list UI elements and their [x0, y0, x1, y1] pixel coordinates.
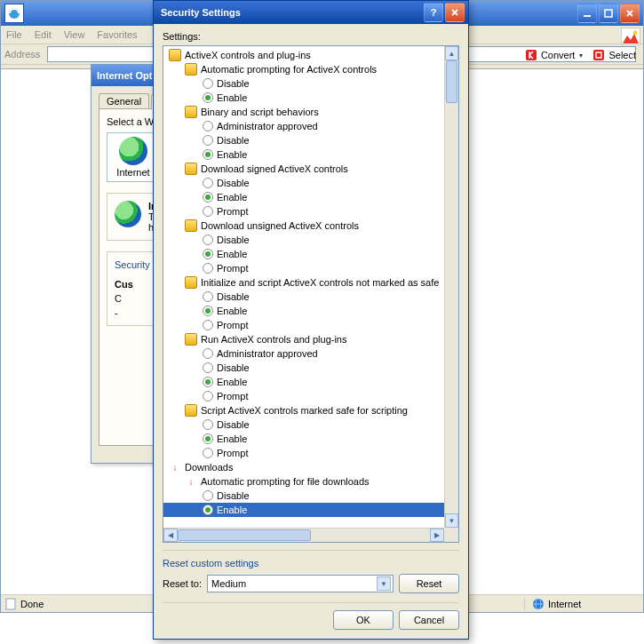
- setting-option[interactable]: Prompt: [163, 318, 444, 332]
- radio-icon: [203, 419, 213, 430]
- setting-option-label: Disable: [217, 291, 250, 302]
- horizontal-scrollbar[interactable]: ◀ ▶: [163, 528, 444, 542]
- setting-group: Automatic prompting for ActiveX controls: [163, 62, 444, 76]
- radio-icon: [203, 235, 213, 245]
- horizontal-scroll-track[interactable]: [178, 529, 430, 542]
- setting-option[interactable]: Prompt: [163, 389, 444, 403]
- menu-file[interactable]: File: [6, 29, 22, 40]
- setting-option-label: Disable: [217, 362, 250, 373]
- zone-internet-label: Internet: [116, 167, 149, 178]
- reset-to-select[interactable]: Medium ▼: [207, 575, 394, 592]
- setting-option[interactable]: Disable: [163, 417, 444, 432]
- security-settings-dialog: Security Settings ? Settings: ActiveX co…: [153, 0, 469, 640]
- setting-option-label: Administrator approved: [217, 121, 318, 131]
- scroll-up-button[interactable]: ▲: [445, 46, 458, 60]
- setting-option[interactable]: Enable: [163, 375, 444, 389]
- reset-button[interactable]: Reset: [399, 574, 459, 593]
- setting-category: ActiveX controls and plug-ins: [163, 48, 444, 62]
- setting-group-label: Download signed ActiveX controls: [201, 163, 348, 174]
- setting-group-label: Initialize and script ActiveX controls n…: [201, 277, 439, 288]
- setting-option-label: Enable: [217, 433, 247, 444]
- vertical-scroll-track[interactable]: [445, 60, 458, 513]
- globe-icon: [119, 137, 147, 165]
- setting-option[interactable]: Enable: [163, 247, 444, 261]
- radio-icon: [203, 448, 213, 458]
- svg-point-4: [633, 31, 638, 36]
- setting-option[interactable]: Prompt: [163, 446, 444, 460]
- setting-category: ↓Downloads: [163, 460, 444, 474]
- horizontal-scroll-thumb[interactable]: [178, 529, 311, 541]
- radio-icon: [203, 320, 213, 330]
- radio-icon: [203, 291, 213, 302]
- setting-option[interactable]: Disable: [163, 489, 444, 503]
- zone-internet[interactable]: Internet: [107, 132, 160, 182]
- setting-group: Download unsigned ActiveX controls: [163, 219, 444, 233]
- setting-option[interactable]: Enable: [163, 190, 444, 204]
- setting-option-label: Enable: [217, 505, 247, 515]
- setting-option[interactable]: Enable: [163, 503, 444, 517]
- setting-option[interactable]: Prompt: [163, 204, 444, 219]
- menu-favorites[interactable]: Favorites: [97, 29, 137, 40]
- convert-button-label: Convert: [541, 50, 576, 60]
- security-settings-title-text: Security Settings: [161, 7, 422, 18]
- setting-option[interactable]: Enable: [163, 432, 444, 446]
- setting-option[interactable]: Disable: [163, 290, 444, 304]
- setting-option[interactable]: Enable: [163, 91, 444, 105]
- setting-group-label: Run ActiveX controls and plug-ins: [201, 334, 346, 345]
- setting-group: Binary and script behaviors: [163, 105, 444, 119]
- close-button[interactable]: [620, 4, 640, 23]
- select-button[interactable]: Select: [592, 48, 636, 62]
- menu-view[interactable]: View: [64, 29, 85, 40]
- menu-edit[interactable]: Edit: [35, 29, 52, 40]
- close-button[interactable]: [445, 3, 465, 22]
- setting-category-label: Downloads: [185, 462, 233, 473]
- setting-option[interactable]: Enable: [163, 147, 444, 162]
- scroll-down-button[interactable]: ▼: [445, 513, 458, 528]
- radio-icon: [203, 306, 213, 316]
- minimize-button[interactable]: [577, 4, 597, 23]
- radio-icon: [203, 135, 213, 146]
- setting-option[interactable]: Disable: [163, 233, 444, 247]
- setting-option-label: Disable: [217, 419, 250, 430]
- ok-button[interactable]: OK: [333, 610, 394, 630]
- setting-group: Run ActiveX controls and plug-ins: [163, 332, 444, 346]
- settings-tree[interactable]: ActiveX controls and plug-insAutomatic p…: [163, 46, 444, 528]
- scroll-left-button[interactable]: ◀: [163, 529, 178, 542]
- setting-option[interactable]: Disable: [163, 133, 444, 147]
- activex-icon: [185, 333, 197, 346]
- radio-icon: [203, 121, 213, 131]
- help-button[interactable]: ?: [424, 3, 443, 22]
- radio-icon: [203, 178, 213, 188]
- setting-option[interactable]: Enable: [163, 304, 444, 318]
- setting-group: Initialize and script ActiveX controls n…: [163, 275, 444, 290]
- download-icon: ↓: [169, 461, 181, 473]
- setting-option[interactable]: Disable: [163, 76, 444, 91]
- convert-button[interactable]: Convert ▾: [524, 48, 584, 62]
- dialog-footer: OK Cancel: [163, 602, 459, 630]
- tab-general[interactable]: General: [99, 93, 149, 108]
- setting-option[interactable]: Administrator approved: [163, 119, 444, 133]
- radio-icon: [203, 192, 213, 203]
- cancel-button[interactable]: Cancel: [399, 610, 459, 630]
- radio-icon: [203, 348, 213, 359]
- radio-icon: [203, 391, 213, 402]
- setting-option-label: Enable: [217, 306, 247, 316]
- setting-option[interactable]: Disable: [163, 361, 444, 375]
- scrollbar-corner: [444, 528, 458, 542]
- svg-rect-2: [605, 10, 612, 17]
- vertical-scrollbar[interactable]: ▲ ▼: [444, 46, 458, 528]
- setting-group: Download signed ActiveX controls: [163, 162, 444, 176]
- scroll-right-button[interactable]: ▶: [430, 529, 444, 542]
- setting-group: ↓Automatic prompting for file downloads: [163, 474, 444, 489]
- maximize-button[interactable]: [599, 4, 618, 23]
- setting-option[interactable]: Administrator approved: [163, 346, 444, 361]
- setting-option[interactable]: Disable: [163, 176, 444, 190]
- activex-icon: [169, 49, 181, 61]
- radio-icon: [203, 505, 213, 515]
- vertical-scroll-thumb[interactable]: [446, 60, 457, 103]
- activex-icon: [185, 276, 197, 289]
- address-label: Address: [4, 49, 40, 60]
- activex-icon: [185, 404, 197, 417]
- setting-option[interactable]: Prompt: [163, 261, 444, 275]
- setting-group-label: Download unsigned ActiveX controls: [201, 220, 359, 231]
